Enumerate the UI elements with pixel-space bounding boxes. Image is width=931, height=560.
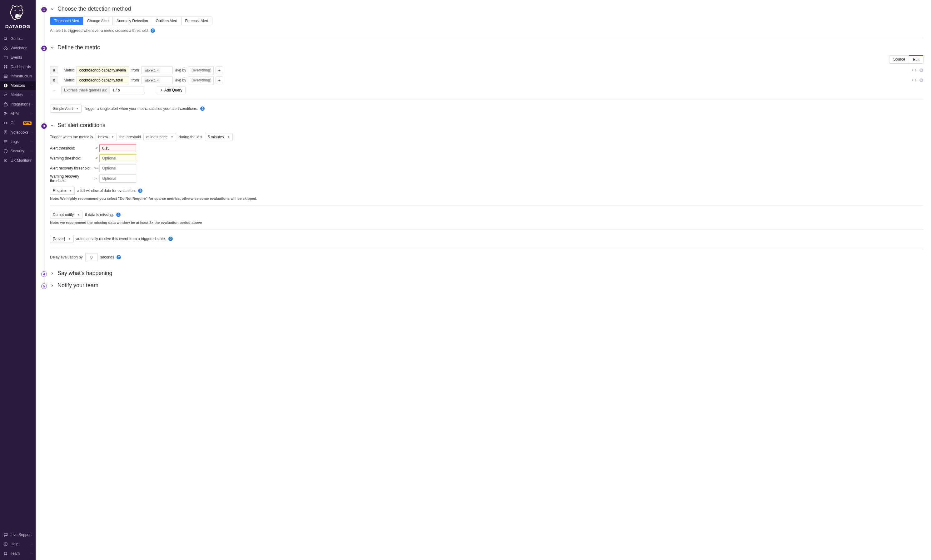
svg-rect-9 [6,67,7,68]
step-2-header[interactable]: Define the metric [50,44,923,51]
add-function-b[interactable]: + [216,77,223,84]
shield-icon [3,149,8,154]
remove-row-icon[interactable] [919,78,923,82]
tab-edit[interactable]: Edit [909,55,923,64]
metric-row-a: a Metric from store:1× avg by + [50,66,923,74]
sidebar-item-infrastructure[interactable]: Infrastructure › [0,71,36,81]
svg-point-0 [4,37,6,40]
chevron-right-icon: › [32,552,32,555]
metric-input-a[interactable] [77,66,129,74]
direction-select[interactable]: below▼ [96,133,117,141]
sidebar-item-integrations[interactable]: Integrations › [0,100,36,109]
chevron-right-icon: › [32,84,32,87]
step-3-header[interactable]: Set alert conditions [50,122,923,129]
arrow-icon: → [50,88,58,93]
detection-method-group: Threshold Alert Change Alert Anomaly Det… [50,17,212,25]
step-5-header[interactable]: Notify your team [50,282,923,289]
frequency-select[interactable]: at least once▼ [144,133,176,141]
logo[interactable]: DATADOG [0,0,36,32]
require-select[interactable]: Require▼ [50,187,75,195]
query-letter-b[interactable]: b [50,76,58,84]
help-icon[interactable]: ? [138,189,142,193]
missing-select[interactable]: Do not notify▼ [50,211,82,219]
method-threshold[interactable]: Threshold Alert [50,17,83,25]
missing-note: Note: we recommend the missing data wind… [50,221,923,225]
express-label: Express these queries as: [61,86,110,94]
avgby-input-a[interactable] [189,66,214,74]
metric-input-b[interactable] [77,76,129,84]
sidebar-item-watchdog[interactable]: Watchdog [0,43,36,53]
warning-recovery-input[interactable] [99,174,136,183]
datadog-logo-icon [7,4,29,23]
sidebar-item-help[interactable]: ? Help › [0,539,36,549]
sidebar-item-events[interactable]: Events [0,53,36,62]
svg-rect-8 [4,67,5,68]
dashboard-icon [3,64,8,69]
chevron-right-icon: › [32,149,32,153]
sidebar-item-ci[interactable]: CI BETA › [0,118,36,128]
svg-rect-11 [4,77,8,78]
svg-point-3 [6,48,8,49]
method-change[interactable]: Change Alert [83,17,113,25]
window-select[interactable]: 5 minutes▼ [205,133,233,141]
svg-rect-4 [4,56,8,59]
method-description: An alert is triggered whenever a metric … [50,28,149,33]
chevron-right-icon: › [32,122,32,125]
alert-recovery-input[interactable] [99,164,136,172]
express-input[interactable] [110,86,144,94]
method-anomaly[interactable]: Anomaly Detection [113,17,152,25]
sidebar-item-monitors[interactable]: Monitors › [0,81,36,90]
sidebar-item-apm[interactable]: APM › [0,109,36,118]
help-icon[interactable]: ? [168,237,173,241]
code-toggle-icon[interactable] [912,68,917,72]
alert-mode-select[interactable]: Simple Alert▼ [50,105,82,113]
remove-tag-icon[interactable]: × [157,78,159,82]
chevron-right-icon: › [32,112,32,115]
from-input-b[interactable]: store:1× [142,77,173,84]
chevron-right-icon [50,271,54,275]
query-letter-a[interactable]: a [50,66,58,74]
warning-threshold-input[interactable] [99,154,136,162]
nav-footer: Live Support ? Help › Team › [0,530,36,560]
chevron-right-icon: › [32,543,32,546]
metrics-icon [3,92,8,97]
sidebar-item-logs[interactable]: Logs › [0,137,36,146]
help-icon[interactable]: ? [200,106,205,111]
from-input-a[interactable]: store:1× [142,66,173,74]
sidebar-item-notebooks[interactable]: Notebooks › [0,128,36,137]
sidebar-item-ux[interactable]: UX Monitoring › [0,156,36,165]
nav-search[interactable]: Go to... [0,34,36,43]
sidebar-item-support[interactable]: Live Support [0,530,36,539]
remove-row-icon[interactable] [919,68,923,72]
alert-threshold-input[interactable] [99,144,136,152]
method-outliers[interactable]: Outliers Alert [152,17,182,25]
help-icon: ? [3,542,8,546]
delay-input[interactable] [85,253,98,261]
help-icon[interactable]: ? [117,255,121,259]
resolve-select[interactable]: [Never]▼ [50,235,74,243]
sidebar-item-dashboards[interactable]: Dashboards › [0,62,36,71]
add-query-button[interactable]: +Add Query [157,86,185,94]
method-forecast[interactable]: Forecast Alert [182,17,212,25]
require-note: Note: We highly recommend you select "Do… [50,197,923,200]
svg-rect-7 [6,65,7,66]
tab-source[interactable]: Source [889,55,909,64]
svg-point-18 [4,122,5,124]
avgby-input-b[interactable] [189,76,214,84]
remove-tag-icon[interactable]: × [157,69,159,72]
main-content: 1 Choose the detection method Threshold … [36,0,931,560]
chevron-right-icon: › [32,131,32,134]
chat-icon [3,532,8,537]
caret-down-icon: ▼ [77,213,80,216]
sidebar-item-metrics[interactable]: Metrics › [0,90,36,100]
step-badge-1: 1 [41,7,47,12]
code-toggle-icon[interactable] [912,78,917,82]
sidebar-item-team[interactable]: Team › [0,549,36,558]
step-1-header[interactable]: Choose the detection method [50,6,923,12]
help-icon[interactable]: ? [151,28,155,33]
step-4-header[interactable]: Say what's happening [50,270,923,277]
chevron-right-icon: › [32,93,32,97]
help-icon[interactable]: ? [116,212,120,217]
sidebar-item-security[interactable]: Security › [0,146,36,156]
add-function-a[interactable]: + [216,66,223,74]
